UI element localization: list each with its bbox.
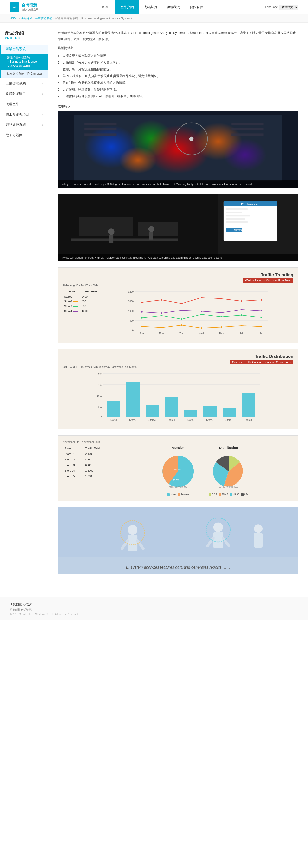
logo-company-sub: 自動化有限公司 [22,8,38,11]
svg-text:3200: 3200 [97,373,102,375]
svg-point-69 [141,317,143,319]
nav-cases[interactable]: 成功案例 [138,0,162,14]
legend-male-dot [167,493,170,496]
store-name: Store 03 [63,462,83,468]
header: ai 台灣研慧 自動化有限公司 HOME 產品介紹 成功案例 聯絡我們 合作夥伴… [0,0,308,14]
legend-0-25-label: 0-25 [212,493,217,496]
trend-legend-row: Store1 2400 [63,294,99,299]
breadcrumb-level1[interactable]: 產品介紹 [21,17,32,20]
legend-female-dot [178,493,180,496]
svg-text:Store1: Store1 [110,418,117,421]
sidebar-subitem-ipcam[interactable]: 點立監控系統（IP Camera） [0,70,48,78]
footer-slogan: 研發創新 科技智慧 [10,608,298,611]
feature-3: 3、數靈分析，分析流流相根據的情況。 [58,66,298,72]
pos-image-block: POS Transaction Confirm AVMS200P platfor… [58,194,298,261]
legend-25-45-dot [219,493,221,496]
trend-store-total: 400 [80,299,99,304]
bi-caption: BI system analyzes features data and gen… [58,565,298,569]
trend-legend-row: Store3 900 [63,304,99,309]
svg-point-8 [223,139,266,171]
svg-point-67 [241,325,242,327]
pie-charts-area: Gender [116,446,293,496]
language-select[interactable]: 繁體中文 English 简体中文 [279,5,298,10]
dist-chart-title-area: Traffic Distribution Customer Traffic Co… [63,354,293,364]
svg-text:2400: 2400 [128,300,134,303]
svg-rect-37 [149,232,153,240]
trend-legend-store-header: Store [63,289,80,294]
svg-point-79 [201,311,203,312]
svg-rect-24 [223,201,277,241]
page-title-en: PRODUCT [5,36,43,40]
nav-products[interactable]: 產品介紹 [116,0,138,14]
sidebar-section-electronics: 電子元器件 › [0,131,48,140]
sidebar-item-software[interactable]: 軟體開發項目 › [0,89,48,98]
content-area: 台灣研慧自動化有限公司導入的智能零售分析系統（Business Intellig… [48,23,308,588]
store-total: 6000 [83,462,111,468]
sidebar-item-agency-label: 代理產品 [5,102,19,106]
svg-point-80 [221,312,222,313]
svg-text:Mon.: Mon. [159,332,164,335]
svg-rect-31 [226,221,248,223]
feature-6: 6、人進警報、訊息警報、新硬體網管功能。 [58,86,298,93]
page-title-area: 產品介紹 PRODUCT [0,27,48,44]
sidebar-item-construction-label: 施工與維護項目 [5,113,29,117]
sidebar-item-industrial[interactable]: 工業智能系統 › [0,79,48,88]
svg-rect-16 [232,128,264,130]
svg-text:Confirm: Confirm [234,229,242,231]
svg-rect-17 [232,133,264,135]
dist-chart-svg: 3200 2400 1600 800 0 Store1 Store2 [63,371,293,424]
svg-point-57 [181,303,182,304]
sidebar-item-electronics[interactable]: 電子元器件 › [0,131,48,140]
svg-rect-29 [226,215,250,217]
sidebar-item-electronics-label: 電子元器件 [5,133,22,137]
svg-point-74 [241,314,242,316]
breadcrumb-level2[interactable]: 商業智能系統 [35,17,52,20]
chart-section-label: 效果所示： [58,104,298,108]
svg-point-68 [261,326,262,328]
svg-text:25~45: 40.0%; 4050: 25~45: 40.0%; 4050 [219,486,239,488]
legend-65plus: 65+ [241,493,248,496]
breadcrumb-home[interactable]: HOME [10,17,18,20]
svg-rect-15 [232,123,264,125]
trend-store-name: Store4 [63,309,80,313]
trend-store-name: Store2 [63,299,80,304]
bi-counter-block: 91 Female 57 Male BI system analyzes fea… [58,507,298,574]
breadcrumb: HOME › 產品介紹 › 商業智能系統 › 智能零售分析系統（Business… [0,14,308,23]
pos-caption: AVMS200P platform or POS NVR can realize… [58,254,298,262]
fisheye-caption: Fisheye cameras can realize not only a 3… [58,180,298,188]
logo-icon: ai [10,2,19,12]
svg-text:Tue.: Tue. [179,332,184,335]
svg-text:60.4%: 60.4% [175,468,181,471]
sidebar-arrow-bi: › [42,48,43,51]
trend-store-name: Store3 [63,304,80,309]
sidebar-item-construction[interactable]: 施工與維護項目 › [0,110,48,119]
svg-point-124 [254,524,263,533]
sidebar-item-bi[interactable]: 商業智能系統 › [0,44,48,54]
nav-contact[interactable]: 聯絡我們 [162,0,185,14]
sidebar-item-kitchen[interactable]: 廚務監控系統 › [0,120,48,129]
svg-point-62 [141,326,143,327]
svg-point-65 [201,328,203,329]
svg-rect-14 [85,133,117,135]
footer: 研慧自動化-官網 研發創新 科技智慧 © 2016 Greaten Idea S… [0,597,308,620]
svg-point-78 [181,310,182,311]
nav-partner[interactable]: 合作夥伴 [185,0,208,14]
nav-home[interactable]: HOME [96,0,116,14]
svg-point-56 [161,299,162,301]
sidebar-item-agency[interactable]: 代理產品 › [0,100,48,109]
svg-point-63 [161,327,162,328]
svg-text:Male: 60.4%; 6040: Male: 60.4%; 6040 [169,486,187,488]
svg-point-66 [221,327,222,328]
sidebar-subitem-analytics[interactable]: 智能銷售分析系統（Business Intelligence Analytics… [0,54,48,70]
store-table-total-header: Traffic Total [83,446,111,451]
svg-rect-13 [85,128,117,130]
store-total: 2,4000 [83,451,111,457]
store-name: Store 04 [63,468,83,473]
svg-text:Fri.: Fri. [240,332,243,335]
store-name: Store 02 [63,457,83,462]
distribution-pie-title: Distribution [205,446,253,450]
dist-chart-title: Traffic Distribution [63,354,293,359]
svg-rect-28 [226,212,242,213]
legend-65plus-dot [241,493,244,496]
svg-rect-21 [71,238,178,241]
